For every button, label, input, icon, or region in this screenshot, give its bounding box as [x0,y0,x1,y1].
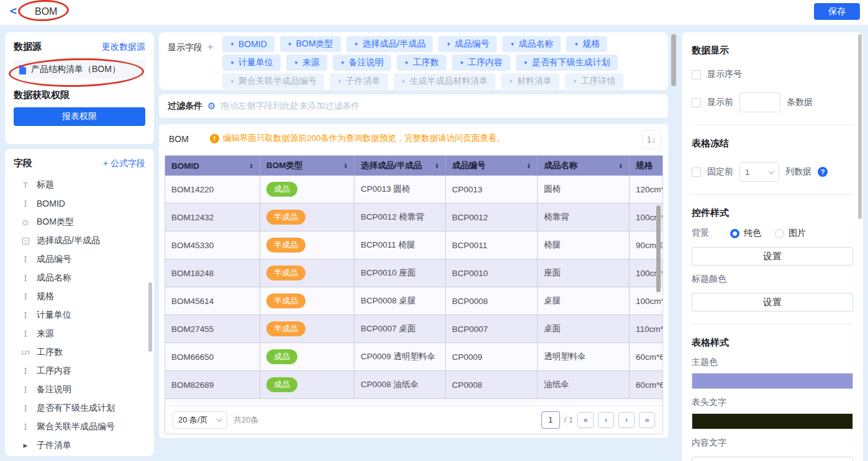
filter-bar[interactable]: 过滤条件 ⚙ 拖动左侧字段到此处来添加过滤条件 [159,94,668,118]
table-row[interactable]: BOM12432半成品BCP0012 椅靠背BCP0012椅靠背100cm* [165,204,662,231]
sort-arrows-icon[interactable]: ▲▼ [435,163,439,169]
show-index-checkbox[interactable] [692,70,701,79]
field-item-BOMID[interactable]: IBOMID [14,194,145,213]
page-size-select[interactable]: 20 条/页 [173,411,227,429]
field-chip-是否有下级生成计划[interactable]: ▼是否有下级生成计划 [516,55,618,71]
cell-bomid: BOM18248 [165,259,260,287]
cell-code: CP0009 [446,343,538,370]
field-item-成品名称[interactable]: I成品名称 [14,269,145,287]
freeze-count-select[interactable]: 1 [739,162,779,182]
text-field-icon: I [20,311,31,320]
filter-placeholder: 拖动左侧字段到此处来添加过滤条件 [220,101,359,112]
theme-color-swatch[interactable] [692,373,853,389]
sort-arrows-icon[interactable]: ▲▼ [344,163,348,169]
field-chip-工序数[interactable]: ▼工序数 [397,55,446,71]
fields-scrollbar[interactable] [148,282,152,352]
report-permission-button[interactable]: 报表权限 [14,107,145,126]
field-item-是否有下级生成计划[interactable]: I是否有下级生成计划 [14,399,145,418]
help-icon[interactable]: ? [818,167,828,177]
horizontal-scrollbar[interactable] [166,434,371,434]
field-chip-计量单位[interactable]: ▼计量单位 [222,55,281,71]
field-chip-规格[interactable]: ▼规格 [566,36,607,52]
field-item-label: 是否有下级生成计划 [37,403,115,414]
column-header-label: 选择成品/半成品 [361,160,422,171]
field-chip-备注说明[interactable]: ▼备注说明 [333,55,391,71]
cell-type: 半成品 [260,231,355,259]
title-color-set-button[interactable]: 设置 [692,293,853,311]
last-page-button[interactable]: » [639,412,655,428]
cell-select: BCP0010 座面 [355,259,446,287]
field-item-工序数[interactable]: 123工序数 [14,343,145,362]
sort-arrows-icon[interactable]: ▲▼ [527,163,531,169]
table-row[interactable]: BOM66650成品CP0009 透明塑料伞CP0009透明塑料伞60cm*6 [165,343,662,371]
table-row[interactable]: BOM27455半成品BCP0007 桌面BCP0007桌面110cm* [165,315,662,343]
text-field-icon: I [20,292,31,302]
column-header-成品名称: 成品名称▲▼ [538,156,630,176]
back-icon[interactable]: < [10,4,17,18]
cell-type: 半成品 [260,315,355,342]
table-row[interactable]: BOM45330半成品BCP0011 椅腿BCP0011椅腿90cm*9 [165,231,662,259]
header-text-color-swatch[interactable] [692,413,853,429]
chevron-down-icon: ▼ [230,42,235,47]
next-page-button[interactable]: › [618,412,635,428]
warning-icon: ! [210,134,219,143]
field-item-来源[interactable]: I来源 [14,324,145,343]
settings-scrollbar[interactable] [858,34,862,219]
solid-color-radio[interactable] [730,229,739,238]
field-chip-BOMID[interactable]: ▼BOMID [222,36,274,52]
field-item-label: 子件清单 [37,440,71,451]
current-page-input[interactable]: 1 [541,411,560,429]
divider [692,125,853,125]
table-row[interactable]: BOM14220成品CP0013 圆椅CP0013圆椅120cm* [165,176,662,204]
show-first-count-input[interactable] [739,92,780,112]
sort-order-icon[interactable]: 1↓ [642,130,661,149]
field-chip-工序内容[interactable]: ▼工序内容 [452,55,510,71]
table-row[interactable]: BOM18248半成品BCP0010 座面BCP0010座面100cm* [165,259,662,287]
cell-bomid: BOM14220 [165,176,260,203]
field-item-聚合关联半成品编号[interactable]: I聚合关联半成品编号 [14,418,145,436]
solid-color-label: 纯色 [744,228,761,239]
sort-arrows-icon[interactable]: ▲▼ [619,163,623,169]
first-page-button[interactable]: « [577,412,594,428]
table-row[interactable]: BOM45614半成品BCP0008 桌腿BCP0008桌腿100cm* [165,287,662,315]
table-row[interactable]: BOM82689成品CP0008 油纸伞CP0008油纸伞60cm*6 [165,371,662,399]
prev-page-button[interactable]: ‹ [598,412,614,428]
field-item-成品编号[interactable]: I成品编号 [14,250,145,269]
add-field-icon[interactable]: + [207,42,213,52]
field-item-选择成品/半成品[interactable]: ˅选择成品/半成品 [14,231,145,250]
formula-field-link[interactable]: + 公式字段 [103,158,145,169]
finished-badge: 成品 [266,182,297,197]
field-chip-选择成品/半成品[interactable]: ▼选择成品/半成品 [346,36,433,52]
change-datasource-link[interactable]: 更改数据源 [102,42,145,53]
background-set-button[interactable]: 设置 [692,247,853,266]
field-item-标题[interactable]: T标题 [14,176,145,194]
field-chip-成品编号[interactable]: ▼成品编号 [438,36,497,52]
field-item-子件清单[interactable]: ▶子件清单 [14,436,145,455]
image-radio[interactable] [775,229,784,238]
field-item-label: 计量单位 [37,310,71,321]
field-item-备注说明[interactable]: I备注说明 [14,380,145,399]
datasource-item[interactable]: 产品结构清单（BOM） [14,60,145,79]
page-size-value: 20 条/页 [178,414,208,426]
field-item-BOM类型[interactable]: ⊙BOM类型 [14,213,145,231]
filter-label: 过滤条件 [168,101,202,112]
datasource-title: 数据源 [14,41,42,53]
field-item-计量单位[interactable]: I计量单位 [14,306,145,324]
table-vertical-scrollbar[interactable] [656,205,661,292]
field-chip-BOM类型[interactable]: ▼BOM类型 [280,36,341,52]
cell-select: BCP0011 椅腿 [355,231,446,259]
show-first-checkbox[interactable] [692,98,701,107]
sort-arrows-icon[interactable]: ▲▼ [250,163,253,169]
cell-select: BCP0007 桌面 [355,315,446,342]
content-text-set-button[interactable]: 设置 [692,457,853,461]
middle-column-scrollbar[interactable] [671,34,676,86]
freeze-checkbox[interactable] [692,168,701,177]
field-item-规格[interactable]: I规格 [14,287,145,306]
field-chip-成品名称[interactable]: ▼成品名称 [502,36,561,52]
cell-type: 半成品 [260,204,355,231]
gear-icon[interactable]: ⚙ [207,101,215,112]
save-button[interactable]: 保存 [814,3,860,20]
field-chip-来源[interactable]: ▼来源 [286,55,327,71]
column-header-label: 成品编号 [452,160,486,171]
field-item-工序内容[interactable]: I工序内容 [14,362,145,380]
